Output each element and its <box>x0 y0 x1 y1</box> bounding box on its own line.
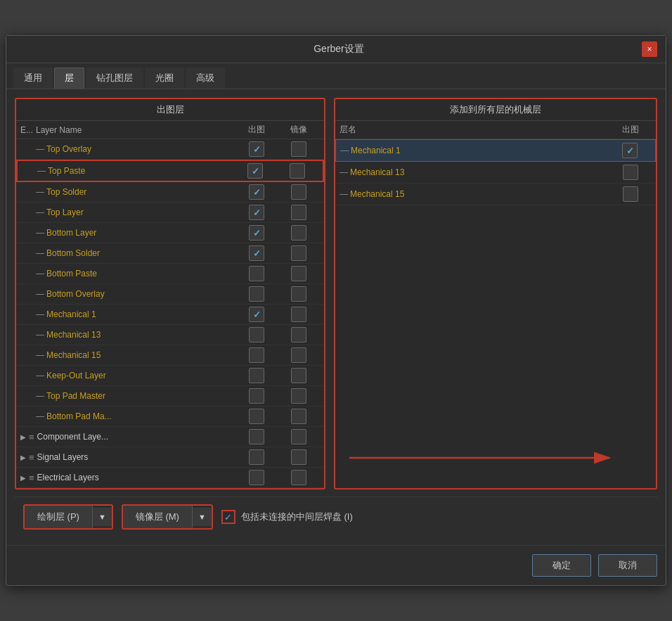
mirror-check-keepout[interactable] <box>291 368 306 383</box>
layer-row-bottom-overlay[interactable]: —Bottom Overlay <box>16 284 324 305</box>
expand-arrow-electrical: ▶ <box>20 474 26 482</box>
layer-row-bottom-solder[interactable]: —Bottom Solder <box>16 243 324 264</box>
plot-check-bottom-overlay[interactable] <box>249 286 264 302</box>
plot-check-top-solder[interactable] <box>249 184 264 200</box>
group-component-layers[interactable]: ▶ ≡ Component Laye... <box>16 427 324 447</box>
group-label-component: Component Laye... <box>37 432 108 442</box>
group-signal-layers[interactable]: ▶ ≡ Signal Layers <box>16 447 324 468</box>
tab-drill[interactable]: 钻孔图层 <box>86 68 143 89</box>
mirror-check-top-layer[interactable] <box>291 205 306 220</box>
col-e-header: E... <box>20 125 36 135</box>
layer-row-top-layer[interactable]: —Top Layer <box>16 203 324 223</box>
mirror-check-bot-pad[interactable] <box>291 409 306 424</box>
layer-row-top-pad-master[interactable]: —Top Pad Master <box>16 386 324 406</box>
right-col-name-header: 层名 <box>340 124 609 136</box>
panels-layout: 出图层 E... Layer Name 出图 镜像 —Top Overlay <box>15 98 657 489</box>
close-button[interactable]: × <box>642 41 657 57</box>
mirror-layers-dropdown[interactable]: ▼ <box>193 508 212 526</box>
layer-row-mechanical-1[interactable]: —Mechanical 1 <box>16 305 324 325</box>
col-mirror-header: 镜像 <box>278 124 320 136</box>
plot-check-bottom-layer[interactable] <box>249 225 264 241</box>
tab-bar: 通用 层 钻孔图层 光圈 高级 <box>6 63 666 89</box>
cancel-button[interactable]: 取消 <box>598 554 657 577</box>
layer-row-keepout[interactable]: —Keep-Out Layer <box>16 366 324 386</box>
layer-row-bottom-paste[interactable]: —Bottom Paste <box>16 264 324 284</box>
annotation-arrow <box>342 437 638 479</box>
tab-advanced[interactable]: 高级 <box>186 68 225 89</box>
left-panel-header: 出图层 <box>16 99 324 121</box>
right-plot-check-mech1[interactable] <box>622 143 638 158</box>
plot-check-component-group[interactable] <box>249 429 264 444</box>
plot-check-mech13[interactable] <box>249 327 264 342</box>
mirror-check-signal-group[interactable] <box>291 449 306 465</box>
layer-row-top-overlay[interactable]: —Top Overlay <box>16 139 324 160</box>
plot-layers-group: 绘制层 (P) ▼ <box>23 504 113 530</box>
right-layer-list: —Mechanical 1 —Mechanical 13 —Mechanical… <box>335 139 656 423</box>
plot-layers-button[interactable]: 绘制层 (P) <box>25 506 93 528</box>
right-panel-header: 添加到所有层的机械层 <box>335 99 656 121</box>
plot-check-mech1[interactable] <box>249 307 264 322</box>
mirror-check-mech1[interactable] <box>291 307 306 322</box>
mirror-check-mech13[interactable] <box>291 327 306 342</box>
mirror-check-top-overlay[interactable] <box>291 141 306 157</box>
layer-row-top-solder[interactable]: —Top Solder <box>16 182 324 203</box>
tab-general[interactable]: 通用 <box>13 68 53 89</box>
right-plot-check-mech13[interactable] <box>623 165 638 180</box>
right-plot-check-mech15[interactable] <box>623 186 638 202</box>
plot-check-bottom-paste[interactable] <box>249 266 264 281</box>
mirror-layers-button[interactable]: 镜像层 (M) <box>123 506 193 528</box>
mirror-check-top-pad[interactable] <box>291 388 306 404</box>
mirror-check-mech15[interactable] <box>291 347 306 363</box>
plot-check-elec-group[interactable] <box>249 470 264 485</box>
include-label: 包括未连接的中间层焊盘 (I) <box>241 511 353 523</box>
group-icon-electrical: ≡ <box>29 473 34 483</box>
group-electrical-layers[interactable]: ▶ ≡ Electrical Layers <box>16 468 324 488</box>
right-layer-row-mech13[interactable]: —Mechanical 13 <box>335 162 656 184</box>
tab-layers[interactable]: 层 <box>54 68 84 89</box>
include-checkbox-area[interactable]: 包括未连接的中间层焊盘 (I) <box>221 510 353 524</box>
mirror-check-bottom-layer[interactable] <box>291 225 306 241</box>
expand-arrow-component: ▶ <box>20 433 26 441</box>
mirror-layers-group: 镜像层 (M) ▼ <box>122 504 213 530</box>
layer-row-bottom-layer[interactable]: —Bottom Layer <box>16 223 324 243</box>
mirror-check-bottom-solder[interactable] <box>291 245 306 261</box>
mirror-check-elec-group[interactable] <box>291 470 306 485</box>
group-icon-component: ≡ <box>29 432 34 442</box>
group-label-signal: Signal Layers <box>37 452 89 462</box>
right-layer-row-mech15[interactable]: —Mechanical 15 <box>335 184 656 205</box>
include-checkbox[interactable] <box>221 510 235 524</box>
arrow-area <box>335 430 656 488</box>
main-content: 出图层 E... Layer Name 出图 镜像 —Top Overlay <box>6 89 666 545</box>
tab-aperture[interactable]: 光圈 <box>145 68 184 89</box>
mirror-check-top-solder[interactable] <box>291 184 306 200</box>
plot-check-top-overlay[interactable] <box>249 141 264 157</box>
plot-layers-dropdown[interactable]: ▼ <box>93 508 112 526</box>
col-plot-header: 出图 <box>235 124 278 136</box>
plot-check-bot-pad[interactable] <box>249 409 264 424</box>
mirror-check-top-paste[interactable] <box>290 163 305 179</box>
right-col-headers: 层名 出图 <box>335 121 656 139</box>
mirror-check-bottom-paste[interactable] <box>291 266 306 281</box>
group-icon-signal: ≡ <box>29 452 34 463</box>
layer-row-bottom-pad-master[interactable]: —Bottom Pad Ma... <box>16 406 324 427</box>
title-bar: Gerber设置 × <box>6 36 666 63</box>
mirror-check-bottom-overlay[interactable] <box>291 286 306 302</box>
group-label-electrical: Electrical Layers <box>37 473 99 482</box>
plot-check-top-paste[interactable] <box>247 163 263 179</box>
gerber-dialog: Gerber设置 × 通用 层 钻孔图层 光圈 高级 出图层 E... Laye… <box>6 35 666 586</box>
plot-check-top-pad[interactable] <box>249 388 264 404</box>
right-layer-row-mech1[interactable]: —Mechanical 1 <box>335 139 656 162</box>
plot-check-bottom-solder[interactable] <box>249 245 264 261</box>
col-name-header: Layer Name <box>36 125 235 135</box>
plot-check-keepout[interactable] <box>249 368 264 383</box>
layer-row-mechanical-15[interactable]: —Mechanical 15 <box>16 345 324 366</box>
layer-row-mechanical-13[interactable]: —Mechanical 13 <box>16 325 324 345</box>
plot-check-mech15[interactable] <box>249 347 264 363</box>
dialog-title: Gerber设置 <box>36 43 642 56</box>
plot-check-signal-group[interactable] <box>249 449 264 465</box>
plot-check-top-layer[interactable] <box>249 205 264 220</box>
bottom-controls: 绘制层 (P) ▼ 镜像层 (M) ▼ 包括未连接的中间层焊盘 (I) <box>15 497 657 537</box>
mirror-check-component-group[interactable] <box>291 429 306 444</box>
ok-button[interactable]: 确定 <box>532 554 591 577</box>
layer-row-top-paste[interactable]: —Top Paste <box>16 160 324 182</box>
